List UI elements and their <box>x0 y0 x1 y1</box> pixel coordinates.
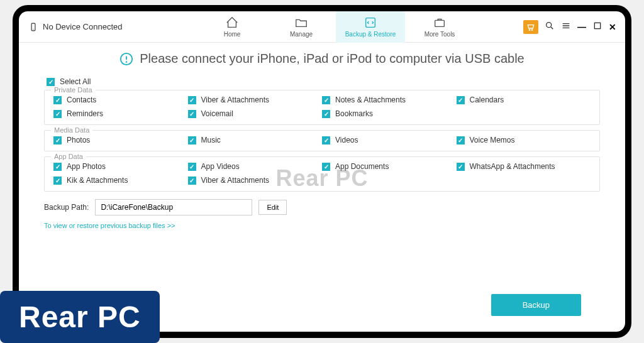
checkbox[interactable] <box>457 136 465 144</box>
info-icon <box>119 52 133 66</box>
restore-link[interactable]: To view or restore previous backup files… <box>44 222 175 229</box>
connect-message-text: Please connect your iPhone, iPad or iPod… <box>140 52 524 66</box>
section-app-data: App Data App Photos App Videos App Docum… <box>44 156 600 192</box>
backup-path-row: Backup Path: Edit <box>44 199 600 215</box>
checkbox[interactable] <box>53 136 62 144</box>
item-viber[interactable]: Viber & Attachments <box>188 95 323 104</box>
item-calendars[interactable]: Calendars <box>457 95 591 104</box>
item-videos[interactable]: Videos <box>322 136 457 144</box>
device-status-text: No Device Connected <box>43 22 122 31</box>
svg-point-4 <box>529 30 530 30</box>
edit-button[interactable]: Edit <box>258 200 287 215</box>
item-reminders[interactable]: Reminders <box>53 109 188 118</box>
checkbox[interactable] <box>53 163 62 171</box>
checkbox[interactable] <box>322 136 330 144</box>
cart-button[interactable] <box>523 20 538 34</box>
item-music[interactable]: Music <box>188 136 323 144</box>
section-media-title: Media Data <box>51 126 92 134</box>
checkbox[interactable] <box>457 163 465 171</box>
tab-more-tools[interactable]: More Tools <box>405 11 474 43</box>
svg-point-10 <box>126 62 127 62</box>
home-icon <box>225 16 239 30</box>
item-app-photos[interactable]: App Photos <box>53 162 188 171</box>
checkbox[interactable] <box>457 96 465 104</box>
minimize-button[interactable]: — <box>577 22 586 32</box>
item-viber-app[interactable]: Viber & Attachments <box>188 176 323 185</box>
checkbox[interactable] <box>322 163 330 171</box>
item-photos[interactable]: Photos <box>53 136 188 144</box>
search-icon <box>545 21 555 31</box>
checkbox[interactable] <box>322 96 330 104</box>
svg-point-1 <box>33 28 33 29</box>
checkbox[interactable] <box>188 96 196 104</box>
item-voicemail[interactable]: Voicemail <box>188 109 323 118</box>
svg-rect-3 <box>435 20 445 26</box>
item-voice-memos[interactable]: Voice Memos <box>457 136 591 144</box>
checkbox[interactable] <box>188 163 196 171</box>
tab-backup-restore-label: Backup & Restore <box>345 31 396 38</box>
titlebar: No Device Connected Home Manage Backup &… <box>19 11 625 43</box>
checkbox[interactable] <box>53 96 62 104</box>
search-button[interactable] <box>545 21 555 33</box>
item-kik[interactable]: Kik & Attachments <box>53 176 188 185</box>
backup-path-input[interactable] <box>95 199 252 215</box>
tab-manage[interactable]: Manage <box>267 11 336 43</box>
checkbox[interactable] <box>53 177 62 185</box>
select-all-row: Select All <box>47 77 600 86</box>
item-contacts[interactable]: Contacts <box>53 95 188 104</box>
menu-icon <box>561 21 571 31</box>
svg-rect-7 <box>594 23 600 28</box>
select-all-checkbox[interactable] <box>47 78 55 86</box>
item-app-videos[interactable]: App Videos <box>188 162 323 171</box>
section-private-data: Private Data Contacts Viber & Attachment… <box>44 90 600 125</box>
checkbox[interactable] <box>322 110 330 118</box>
backup-button[interactable]: Backup <box>491 294 581 316</box>
tab-home-label: Home <box>224 31 241 38</box>
backup-path-label: Backup Path: <box>44 203 89 212</box>
close-button[interactable]: ✕ <box>609 22 616 32</box>
item-notes[interactable]: Notes & Attachments <box>322 95 457 104</box>
item-app-documents[interactable]: App Documents <box>322 162 457 171</box>
square-icon <box>592 21 602 31</box>
item-bookmarks[interactable]: Bookmarks <box>322 109 457 118</box>
svg-point-6 <box>547 23 552 28</box>
tab-home[interactable]: Home <box>197 11 267 43</box>
maximize-button[interactable] <box>592 21 602 33</box>
phone-icon <box>29 23 38 31</box>
menu-button[interactable] <box>561 21 571 33</box>
main-content: Please connect your iPhone, iPad or iPod… <box>19 43 625 231</box>
connect-message: Please connect your iPhone, iPad or iPod… <box>44 52 600 66</box>
checkbox[interactable] <box>188 136 196 144</box>
tab-more-tools-label: More Tools <box>425 31 455 38</box>
svg-point-5 <box>531 30 532 30</box>
device-status: No Device Connected <box>19 22 157 31</box>
section-app-title: App Data <box>51 153 86 160</box>
tab-manage-label: Manage <box>290 31 313 38</box>
checkbox[interactable] <box>188 110 196 118</box>
tab-backup-restore[interactable]: Backup & Restore <box>336 11 405 43</box>
toolbox-icon <box>433 16 447 30</box>
section-private-title: Private Data <box>51 86 96 94</box>
window-controls: — ✕ <box>514 20 625 34</box>
cart-icon <box>526 22 536 32</box>
sync-icon <box>364 16 377 30</box>
checkbox[interactable] <box>188 177 196 185</box>
checkbox[interactable] <box>53 110 62 118</box>
item-whatsapp[interactable]: WhatsApp & Attachments <box>457 162 591 171</box>
section-media-data: Media Data Photos Music Videos Voice Mem… <box>44 130 600 151</box>
select-all-label: Select All <box>60 77 91 86</box>
nav-tabs: Home Manage Backup & Restore More Tools <box>157 11 514 43</box>
folder-icon <box>294 16 308 30</box>
overlay-badge: Rear PC <box>0 291 160 343</box>
